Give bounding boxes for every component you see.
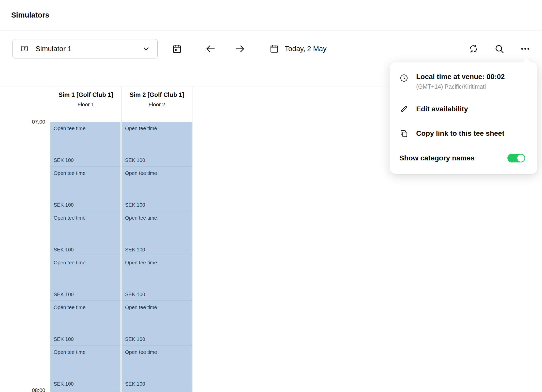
calendar-icon xyxy=(269,44,279,54)
time-label-0800: 08:00 xyxy=(0,387,45,392)
column-subtitle: Floor 1 xyxy=(50,100,121,109)
tee-time-slot[interactable]: Open tee time SEK 100 xyxy=(50,345,121,390)
slot-label: Open tee time xyxy=(125,170,190,176)
page-header: Simulators xyxy=(0,0,542,31)
slot-label: Open tee time xyxy=(125,126,190,131)
menu-item-edit-availability[interactable]: Edit availability xyxy=(399,104,525,114)
show-category-names-toggle[interactable] xyxy=(507,154,525,162)
menu-item-label: Copy link to this tee sheet xyxy=(416,129,504,138)
column-title: Sim 1 [Golf Club 1] xyxy=(56,89,115,100)
slot-label: Open tee time xyxy=(54,126,118,131)
calendar-day-icon xyxy=(172,44,182,54)
time-label-0700: 07:00 xyxy=(0,118,45,125)
slot-price: SEK 100 xyxy=(125,381,145,387)
local-time-row: Local time at venue: 00:02 (GMT+14) Paci… xyxy=(399,72,525,90)
tee-time-slot[interactable]: Open tee time SEK 100 xyxy=(122,390,192,392)
slot-price: SEK 100 xyxy=(54,381,74,387)
column-subtitle: Floor 2 xyxy=(122,100,192,109)
toggle-label: Show category names xyxy=(399,154,475,162)
tee-time-slot[interactable]: Open tee time SEK 100 xyxy=(50,122,121,167)
tee-time-slot[interactable]: Open tee time SEK 100 xyxy=(122,256,192,301)
slot-price: SEK 100 xyxy=(54,336,74,342)
page-title: Simulators xyxy=(11,11,49,19)
arrow-left-icon xyxy=(205,43,216,54)
column-title: Sim 2 [Golf Club 1] xyxy=(127,89,186,100)
slot-label: Open tee time xyxy=(54,215,118,221)
tee-time-slot[interactable]: Open tee time SEK 100 xyxy=(122,345,192,390)
arrow-right-icon xyxy=(235,43,245,54)
slot-price: SEK 100 xyxy=(54,202,74,208)
slot-price: SEK 100 xyxy=(125,202,145,208)
show-category-names-row: Show category names xyxy=(399,154,525,162)
slot-label: Open tee time xyxy=(54,260,118,266)
tee-time-slot[interactable]: Open tee time SEK 100 xyxy=(122,167,192,211)
column-header-sim-1: Sim 1 [Golf Club 1] Floor 1 xyxy=(50,86,121,122)
previous-day-button[interactable] xyxy=(203,42,218,56)
copy-icon xyxy=(399,129,409,138)
date-picker-button[interactable]: Today, 2 May xyxy=(269,44,326,54)
tee-time-slot[interactable]: Open tee time SEK 100 xyxy=(122,211,192,256)
tee-time-slot[interactable]: Open tee time SEK 100 xyxy=(122,301,192,345)
tee-time-slot[interactable]: Open tee time SEK 100 xyxy=(50,167,121,211)
slot-label: Open tee time xyxy=(54,349,118,355)
local-time-subtitle: (GMT+14) Pacific/Kiritimati xyxy=(416,83,505,90)
chevron-down-icon xyxy=(142,44,151,53)
next-day-button[interactable] xyxy=(233,42,247,56)
slot-price: SEK 100 xyxy=(125,292,145,297)
search-button[interactable] xyxy=(492,42,506,56)
menu-item-copy-link[interactable]: Copy link to this tee sheet xyxy=(399,129,525,138)
simulator-select[interactable]: Simulator 1 xyxy=(12,39,158,58)
column-header-sim-2: Sim 2 [Golf Club 1] Floor 2 xyxy=(121,86,192,122)
slot-label: Open tee time xyxy=(125,215,190,221)
slot-label: Open tee time xyxy=(125,305,190,310)
current-date-label: Today, 2 May xyxy=(285,45,326,53)
tee-time-slot[interactable]: Open tee time SEK 100 xyxy=(122,122,192,167)
column-sim-2: Open tee time SEK 100 Open tee time SEK … xyxy=(122,122,192,392)
simulators-page: Simulators Simulator 1 xyxy=(0,0,542,392)
simulator-select-value: Simulator 1 xyxy=(36,45,72,53)
slot-label: Open tee time xyxy=(125,349,190,355)
simulator-icon xyxy=(20,44,29,53)
toggle-knob xyxy=(517,155,524,162)
slot-price: SEK 100 xyxy=(54,292,74,297)
slot-label: Open tee time xyxy=(54,305,118,310)
slot-label: Open tee time xyxy=(54,170,118,176)
more-options-icon xyxy=(520,43,531,54)
menu-item-label: Edit availability xyxy=(416,105,468,113)
slot-price: SEK 100 xyxy=(125,336,145,342)
calendar-day-button[interactable] xyxy=(170,42,184,56)
pencil-icon xyxy=(399,104,409,114)
tee-time-slot[interactable]: Open tee time SEK 100 xyxy=(50,211,121,256)
search-icon xyxy=(494,44,504,54)
slot-label: Open tee time xyxy=(125,260,190,266)
local-time-title: Local time at venue: 00:02 xyxy=(416,72,505,81)
slot-price: SEK 100 xyxy=(54,247,74,253)
tee-time-slot[interactable]: Open tee time SEK 100 xyxy=(50,301,121,345)
refresh-icon xyxy=(468,44,478,54)
tee-time-slot[interactable]: Open tee time SEK 100 xyxy=(50,256,121,301)
slot-price: SEK 100 xyxy=(54,157,74,163)
refresh-button[interactable] xyxy=(466,42,480,56)
column-sim-1: Open tee time SEK 100 Open tee time SEK … xyxy=(50,122,121,392)
options-popover: Local time at venue: 00:02 (GMT+14) Paci… xyxy=(390,62,537,174)
slot-price: SEK 100 xyxy=(125,157,145,163)
grid-header: Sim 1 [Golf Club 1] Floor 1 Sim 2 [Golf … xyxy=(50,86,192,122)
toolbar: Simulator 1 xyxy=(12,39,532,58)
tee-time-slot[interactable]: Open tee time SEK 100 xyxy=(50,390,121,392)
clock-icon xyxy=(399,73,409,83)
more-options-button[interactable] xyxy=(518,42,532,56)
slot-price: SEK 100 xyxy=(125,247,145,253)
